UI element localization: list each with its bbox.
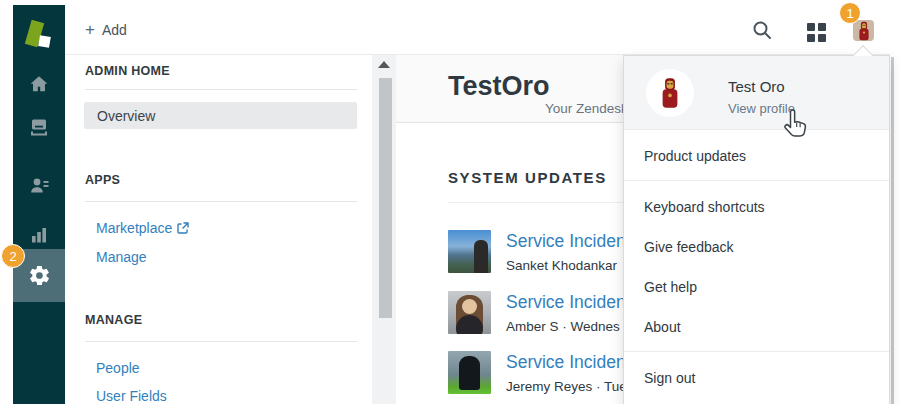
update-thumbnail: [448, 291, 491, 334]
customers-icon: [28, 174, 51, 197]
user-avatar-image: [657, 77, 683, 109]
sidebar-item-manage-apps-label: Manage: [96, 249, 147, 265]
menu-item-keyboard-shortcuts[interactable]: Keyboard shortcuts: [644, 199, 765, 215]
page-title: TestOro: [448, 71, 550, 102]
menu-separator: [624, 180, 889, 181]
apps-grid-icon: [807, 23, 815, 31]
sidebar-item-people[interactable]: People: [96, 360, 140, 376]
apps-grid-button[interactable]: [807, 23, 826, 42]
sidebar-item-overview[interactable]: Overview: [84, 102, 357, 129]
sidebar-item-overview-label: Overview: [97, 108, 155, 124]
user-avatar-button[interactable]: [853, 20, 874, 41]
user-name: Test Oro: [728, 78, 785, 95]
reports-icon: [28, 224, 50, 246]
update-title-link[interactable]: Service Incident: [506, 231, 631, 252]
rail-item-home[interactable]: [13, 67, 65, 101]
zendesk-logo-white-shape: [38, 35, 51, 48]
user-avatar-image: [856, 21, 872, 41]
search-button[interactable]: [751, 19, 773, 45]
plus-icon: +: [85, 23, 95, 37]
admin-notification-badge: 2: [1, 244, 25, 268]
home-icon: [28, 73, 50, 95]
zendesk-logo[interactable]: [23, 19, 57, 55]
gear-icon: [28, 264, 51, 287]
user-profile-menu: Test Oro View profile Product updates Ke…: [623, 55, 890, 404]
channels-icon: [28, 116, 50, 138]
sidebar-item-user-fields[interactable]: User Fields: [96, 388, 167, 404]
avatar: [646, 69, 694, 117]
menu-item-give-feedback[interactable]: Give feedback: [644, 239, 734, 255]
update-title-link[interactable]: Service Incident: [506, 292, 631, 313]
sidebar-item-marketplace[interactable]: Marketplace: [96, 220, 189, 236]
sidebar-section-admin-home: ADMIN HOME: [85, 64, 170, 78]
scroll-up-arrow-icon[interactable]: [378, 61, 390, 68]
update-byline: Amber S · Wednes: [506, 319, 631, 334]
search-icon: [751, 19, 773, 41]
menu-item-get-help[interactable]: Get help: [644, 279, 697, 295]
rail-item-channels[interactable]: [13, 110, 65, 144]
profile-notification-badge: 1: [839, 2, 861, 24]
add-button-label: Add: [102, 22, 127, 38]
hand-cursor-icon: [782, 108, 810, 144]
menu-item-sign-out[interactable]: Sign out: [644, 370, 695, 386]
rail-item-customers[interactable]: [13, 168, 65, 202]
update-thumbnail: [448, 230, 491, 273]
update-byline: Jeremy Reyes · Tue: [506, 379, 631, 394]
sidebar-item-marketplace-label: Marketplace: [96, 220, 172, 236]
sidebar-section-apps: APPS: [85, 173, 120, 187]
sidebar-item-user-fields-label: User Fields: [96, 388, 167, 404]
update-title-link[interactable]: Service Incident: [506, 352, 631, 373]
product-rail: [13, 5, 65, 404]
sidebar-item-manage-apps[interactable]: Manage: [96, 249, 147, 265]
menu-item-product-updates[interactable]: Product updates: [644, 148, 746, 164]
window-scrollbar-thumb[interactable]: [891, 57, 894, 404]
sidebar-section-manage: MANAGE: [85, 313, 142, 327]
external-link-icon: [177, 222, 189, 234]
menu-separator: [624, 351, 889, 352]
system-updates-heading: SYSTEM UPDATES: [448, 169, 607, 186]
sidebar-scrollbar-thumb[interactable]: [379, 78, 392, 318]
menu-profile-header[interactable]: Test Oro View profile: [624, 56, 889, 130]
sidebar-divider: [85, 89, 357, 90]
zendesk-admin-window: 2 + Add 1 ADMIN HOME Overview APPS Marke…: [0, 0, 900, 404]
update-thumbnail: [448, 351, 491, 394]
sidebar-item-people-label: People: [96, 360, 140, 376]
page-subtitle: Your Zendesk: [545, 101, 628, 116]
update-byline: Sanket Khodankar: [506, 258, 631, 273]
menu-item-about[interactable]: About: [644, 319, 681, 335]
add-button[interactable]: + Add: [85, 22, 127, 38]
sidebar-divider: [85, 341, 357, 342]
sidebar-divider: [85, 201, 357, 202]
